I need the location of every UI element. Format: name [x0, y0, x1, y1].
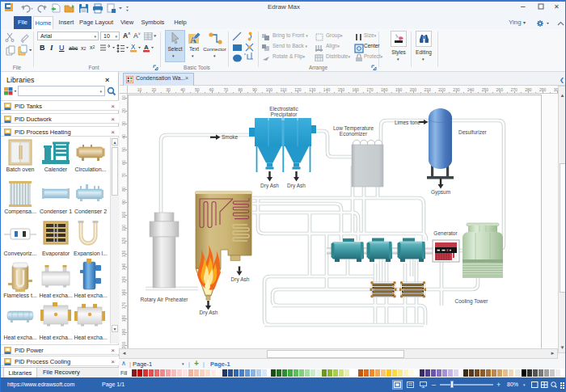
- svg-text:Dry Ash: Dry Ash: [231, 276, 250, 283]
- svg-text:Cooling Tower: Cooling Tower: [454, 298, 488, 305]
- svg-text:Limes tone: Limes tone: [395, 120, 420, 125]
- svg-text:Electrostatic: Electrostatic: [269, 106, 298, 112]
- svg-text:Precipitator: Precipitator: [271, 112, 298, 118]
- svg-text:Smoke: Smoke: [222, 134, 239, 140]
- svg-text:Generator: Generator: [433, 230, 458, 236]
- svg-text:Gypsum: Gypsum: [431, 189, 450, 196]
- svg-text:Dry Ash: Dry Ash: [287, 183, 306, 189]
- svg-text:Economizer: Economizer: [340, 131, 368, 137]
- svg-text:Rotary Air Preheater: Rotary Air Preheater: [141, 297, 189, 303]
- svg-text:A: A: [144, 44, 149, 51]
- svg-text:Desulfurizer: Desulfurizer: [458, 129, 488, 135]
- svg-text:Dry Ash: Dry Ash: [200, 310, 218, 316]
- svg-text:Dry Ash: Dry Ash: [260, 183, 279, 189]
